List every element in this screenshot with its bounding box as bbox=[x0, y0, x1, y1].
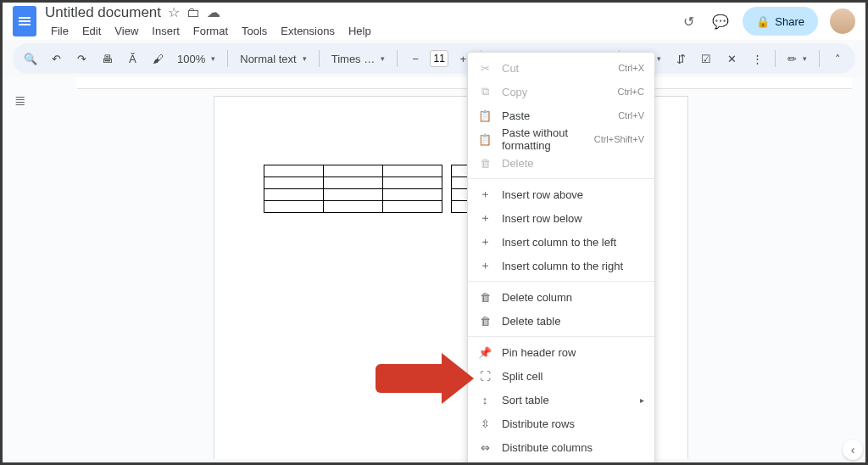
menu-insert[interactable]: Insert bbox=[146, 23, 186, 39]
context-sort-table[interactable]: ↕Sort table bbox=[468, 388, 654, 412]
plus-icon: ＋ bbox=[478, 258, 492, 273]
menu-tools[interactable]: Tools bbox=[236, 23, 273, 39]
menu-format[interactable]: Format bbox=[187, 23, 234, 39]
table-1[interactable] bbox=[264, 165, 442, 213]
distribute-rows-icon: ⇳ bbox=[478, 417, 492, 430]
toolbar-more-icon[interactable]: ⋮ bbox=[746, 48, 768, 70]
editing-mode-icon[interactable]: ✏ bbox=[782, 48, 812, 69]
font-select[interactable]: Times … bbox=[326, 48, 391, 69]
delete-icon: 🗑 bbox=[478, 157, 492, 170]
context-distribute-rows[interactable]: ⇳Distribute rows bbox=[468, 412, 654, 435]
account-avatar[interactable] bbox=[830, 8, 855, 34]
menu-bar: File Edit View Insert Format Tools Exten… bbox=[45, 23, 377, 39]
paint-format-icon[interactable]: 🖌 bbox=[147, 48, 169, 70]
undo-icon[interactable]: ↶ bbox=[45, 48, 67, 70]
spellcheck-icon[interactable]: Ӑ bbox=[121, 48, 143, 70]
separator bbox=[468, 336, 654, 337]
lock-icon: 🔒 bbox=[756, 15, 770, 28]
redo-icon[interactable]: ↷ bbox=[70, 48, 92, 70]
star-icon[interactable]: ☆ bbox=[168, 4, 180, 20]
header: Untitled document ☆ 🗀 ☁ File Edit View I… bbox=[3, 3, 865, 40]
menu-edit[interactable]: Edit bbox=[76, 23, 107, 39]
context-col-right[interactable]: ＋Insert column to the right bbox=[468, 254, 654, 277]
separator bbox=[227, 50, 228, 67]
paragraph-style-select[interactable]: Normal text bbox=[235, 48, 311, 69]
toolbar: 🔍 ↶ ↷ 🖶 Ӑ 🖌 100% Normal text Times … − +… bbox=[13, 43, 855, 74]
context-split-cell[interactable]: ⛶Split cell bbox=[468, 364, 654, 388]
trash-icon: 🗑 bbox=[478, 291, 492, 304]
context-cut: ✂CutCtrl+X bbox=[468, 56, 654, 80]
copy-icon: ⧉ bbox=[478, 85, 492, 98]
context-paste[interactable]: 📋PasteCtrl+V bbox=[468, 104, 654, 127]
context-col-left[interactable]: ＋Insert column to the left bbox=[468, 230, 654, 254]
distribute-cols-icon: ⇔ bbox=[478, 441, 492, 454]
sort-icon: ↕ bbox=[478, 394, 492, 406]
ruler[interactable] bbox=[77, 77, 852, 89]
context-delete: 🗑Delete bbox=[468, 151, 654, 175]
menu-file[interactable]: File bbox=[45, 23, 75, 39]
plus-icon: ＋ bbox=[478, 187, 492, 202]
comments-icon[interactable]: 💬 bbox=[710, 11, 731, 31]
history-icon[interactable]: ↺ bbox=[678, 11, 698, 31]
separator bbox=[819, 50, 820, 67]
plus-icon: ＋ bbox=[478, 234, 492, 249]
left-rail: ≣ bbox=[3, 77, 36, 459]
menu-help[interactable]: Help bbox=[342, 23, 377, 39]
menu-view[interactable]: View bbox=[108, 23, 144, 39]
separator bbox=[775, 50, 776, 67]
context-row-below[interactable]: ＋Insert row below bbox=[468, 206, 654, 230]
context-copy: ⧉CopyCtrl+C bbox=[468, 80, 654, 104]
context-table-properties[interactable]: ▦Table properties bbox=[468, 459, 654, 465]
document-title[interactable]: Untitled document bbox=[45, 4, 161, 21]
annotation-arrow bbox=[376, 364, 443, 393]
context-pin-header[interactable]: 📌Pin header row bbox=[468, 340, 654, 364]
cloud-status-icon[interactable]: ☁ bbox=[207, 4, 220, 20]
workspace: ≣ bbox=[3, 77, 865, 459]
pin-icon: 📌 bbox=[478, 346, 492, 359]
outline-icon[interactable]: ≣ bbox=[14, 92, 25, 459]
context-delete-col[interactable]: 🗑Delete column bbox=[468, 285, 654, 309]
separator bbox=[397, 50, 398, 67]
paste-plain-icon: 📋 bbox=[478, 133, 492, 146]
checklist-icon[interactable]: ☑ bbox=[695, 48, 717, 70]
line-spacing-icon[interactable]: ⇵ bbox=[670, 48, 692, 70]
explore-fab-icon[interactable]: ‹ bbox=[843, 440, 863, 460]
context-row-above[interactable]: ＋Insert row above bbox=[468, 182, 654, 206]
separator bbox=[319, 50, 320, 67]
zoom-select[interactable]: 100% bbox=[172, 48, 220, 69]
split-icon: ⛶ bbox=[478, 370, 492, 383]
search-menu-icon[interactable]: 🔍 bbox=[19, 48, 42, 70]
context-menu: ✂CutCtrl+X ⧉CopyCtrl+C 📋PasteCtrl+V 📋Pas… bbox=[467, 52, 655, 465]
move-icon[interactable]: 🗀 bbox=[186, 5, 200, 20]
context-paste-plain[interactable]: 📋Paste without formattingCtrl+Shift+V bbox=[468, 127, 654, 151]
separator bbox=[468, 281, 654, 282]
submenu-icon bbox=[640, 395, 644, 405]
decrease-font-icon[interactable]: − bbox=[404, 48, 426, 70]
separator bbox=[468, 178, 654, 179]
menu-extensions[interactable]: Extensions bbox=[275, 23, 341, 39]
collapse-toolbar-icon[interactable]: ˄ bbox=[826, 48, 849, 70]
paste-icon: 📋 bbox=[478, 109, 492, 122]
context-delete-table[interactable]: 🗑Delete table bbox=[468, 309, 654, 333]
docs-logo-icon[interactable] bbox=[13, 6, 36, 36]
cut-icon: ✂ bbox=[478, 62, 492, 75]
context-distribute-cols[interactable]: ⇔Distribute columns bbox=[468, 435, 654, 459]
share-label: Share bbox=[775, 15, 804, 28]
plus-icon: ＋ bbox=[478, 210, 492, 226]
clear-format-icon[interactable]: ✕ bbox=[721, 48, 743, 70]
share-button[interactable]: 🔒 Share bbox=[743, 7, 818, 36]
print-icon[interactable]: 🖶 bbox=[96, 48, 118, 70]
font-size-input[interactable] bbox=[430, 50, 448, 67]
trash-icon: 🗑 bbox=[478, 315, 492, 328]
header-text: Untitled document ☆ 🗀 ☁ File Edit View I… bbox=[45, 4, 377, 39]
